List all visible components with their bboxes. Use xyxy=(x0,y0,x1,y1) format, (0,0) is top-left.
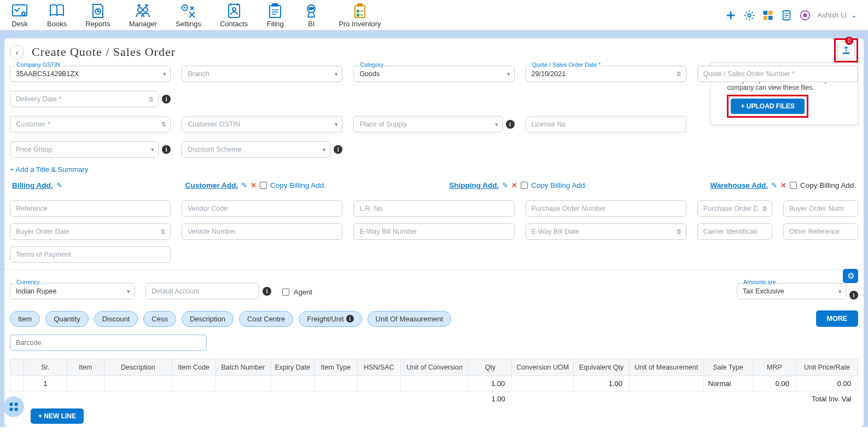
edit-icon[interactable]: ✎ xyxy=(502,181,508,189)
customer-gstin-input[interactable] xyxy=(182,116,342,133)
upload-badge-box[interactable]: 0 xyxy=(834,38,858,62)
default-account-input[interactable] xyxy=(145,283,259,299)
edit-icon[interactable]: ✎ xyxy=(771,181,777,189)
order-date-field[interactable]: Quote / Sales Order Date * 🗓 xyxy=(526,66,686,82)
order-date-input[interactable] xyxy=(526,66,686,82)
remove-icon[interactable]: ✕ xyxy=(511,181,517,189)
nav-settings[interactable]: Settings xyxy=(176,2,201,28)
info-icon[interactable]: i xyxy=(334,145,342,154)
buyer-order-date-input[interactable] xyxy=(10,223,171,240)
table-row[interactable]: 1 1.00 1.00 Normal 0.00 0.00 xyxy=(10,376,858,391)
nav-contacts[interactable]: Contacts xyxy=(220,2,248,28)
info-icon[interactable]: i xyxy=(506,120,515,129)
user-menu[interactable]: Ashish LI⌄ xyxy=(818,11,857,19)
info-icon[interactable]: i xyxy=(162,95,171,103)
nav-manager[interactable]: Manager xyxy=(129,2,157,28)
plus-icon[interactable] xyxy=(725,9,737,21)
info-icon[interactable]: i xyxy=(849,291,858,299)
nav-desk[interactable]: Desk xyxy=(11,2,28,28)
nav-reports[interactable]: Reports xyxy=(85,2,110,28)
delivery-date-input[interactable] xyxy=(10,91,159,107)
branch-input[interactable] xyxy=(182,66,342,82)
table-header-row: Sr.ItemDescriptionItem CodeBatch NumberE… xyxy=(10,359,858,376)
chip-description[interactable]: Description xyxy=(182,311,234,327)
copy-checkbox[interactable] xyxy=(260,182,267,189)
chip-cess[interactable]: Cess xyxy=(143,311,176,327)
more-button[interactable]: MORE xyxy=(816,310,859,327)
place-of-supply-input[interactable] xyxy=(353,116,502,133)
license-input[interactable] xyxy=(526,116,686,133)
info-icon[interactable]: i xyxy=(263,287,271,296)
eway-bill-date-input[interactable] xyxy=(526,223,686,240)
nav-bi[interactable]: BI xyxy=(302,2,320,28)
place-of-supply-field[interactable]: ▾ xyxy=(353,116,502,133)
company-gstin-field[interactable]: Company GSTIN ▾ xyxy=(10,66,171,82)
price-group-input[interactable] xyxy=(10,141,159,158)
circle-icon[interactable] xyxy=(799,9,811,21)
table-settings-button[interactable]: ⚙ xyxy=(843,269,858,283)
delivery-date-field[interactable]: 🗓 xyxy=(10,91,159,107)
branch-field[interactable]: ▾ xyxy=(182,66,342,82)
carrier-id-input[interactable] xyxy=(697,223,772,240)
chip-discount[interactable]: Discount xyxy=(94,311,138,327)
vendor-code-input[interactable] xyxy=(182,200,342,217)
customer-input[interactable] xyxy=(10,116,171,133)
table-total-row: 1.00 Total Inv. Val xyxy=(10,391,858,407)
currency-input[interactable] xyxy=(10,283,135,299)
price-group-field[interactable]: ▾ xyxy=(10,141,159,158)
calc-icon[interactable] xyxy=(762,9,774,21)
po-number-input[interactable] xyxy=(526,200,686,217)
po-date-input[interactable] xyxy=(697,200,772,217)
customer-field[interactable]: ⇅ xyxy=(10,116,171,133)
edit-icon[interactable]: ✎ xyxy=(56,181,62,189)
other-reference-input[interactable] xyxy=(783,223,858,240)
svg-rect-27 xyxy=(10,403,13,406)
edit-icon[interactable]: ✎ xyxy=(241,181,247,189)
copy-checkbox[interactable] xyxy=(521,182,528,189)
chip-quantity[interactable]: Quantity xyxy=(45,311,88,327)
upload-button[interactable]: + UPLOAD FILES xyxy=(731,99,804,114)
chip-freight[interactable]: Freight/Unit i xyxy=(299,311,362,327)
add-title-link[interactable]: + Add a Title & Summary xyxy=(10,165,858,174)
reference-input[interactable] xyxy=(10,200,171,217)
eway-bill-number-input[interactable] xyxy=(353,223,514,240)
nav-books[interactable]: Books xyxy=(47,2,67,28)
vehicle-number-input[interactable] xyxy=(182,223,342,240)
amounts-are-input[interactable] xyxy=(737,283,846,299)
remove-icon[interactable]: ✕ xyxy=(251,181,257,189)
category-field[interactable]: Category ▾ xyxy=(353,66,514,82)
barcode-input[interactable] xyxy=(10,335,207,351)
remove-icon[interactable]: ✕ xyxy=(780,181,787,189)
copy-checkbox[interactable] xyxy=(790,182,797,189)
terms-input[interactable] xyxy=(10,246,171,263)
discount-scheme-field[interactable]: ▾ xyxy=(182,141,330,158)
gear-icon[interactable] xyxy=(743,9,755,21)
currency-field[interactable]: Currency ▾ xyxy=(10,283,135,299)
buyer-order-number-input[interactable] xyxy=(783,200,858,217)
chip-item[interactable]: Item xyxy=(10,311,40,327)
nav-pro-inventory[interactable]: Pro Inventory xyxy=(339,2,381,28)
lr-no-input[interactable] xyxy=(353,200,514,217)
back-button[interactable]: ‹ xyxy=(10,45,24,59)
category-input[interactable] xyxy=(353,66,514,82)
discount-scheme-input[interactable] xyxy=(182,141,330,158)
order-number-input[interactable] xyxy=(697,66,858,82)
apps-fab[interactable] xyxy=(3,396,24,417)
chip-uom[interactable]: Unit Of Measurement xyxy=(368,311,452,327)
doc-icon[interactable] xyxy=(780,9,793,21)
new-line-button[interactable]: + NEW LINE xyxy=(31,408,84,424)
license-field[interactable] xyxy=(526,116,686,133)
default-account-field[interactable] xyxy=(145,283,259,299)
company-gstin-input[interactable] xyxy=(10,66,171,82)
nav-filing[interactable]: Filing xyxy=(266,2,284,28)
chip-cost-centre[interactable]: Cost Centre xyxy=(239,311,293,327)
agent-checkbox[interactable] xyxy=(282,289,289,296)
customer-gstin-field[interactable]: ▾ xyxy=(182,116,342,133)
info-icon[interactable]: i xyxy=(162,145,171,154)
main-card: 0 Upload files or add files from the fil… xyxy=(4,38,864,427)
books-icon xyxy=(48,2,66,20)
order-number-field[interactable] xyxy=(697,66,858,82)
amounts-are-field[interactable]: Amounts are ▾ xyxy=(737,283,846,299)
svg-rect-15 xyxy=(355,5,365,18)
manager-icon xyxy=(134,2,152,20)
